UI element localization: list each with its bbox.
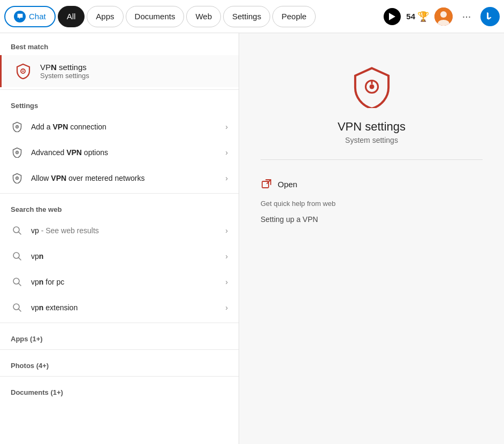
svg-line-12	[19, 232, 21, 235]
vpn-result-subtitle: System settings	[345, 136, 398, 144]
play-button[interactable]	[384, 8, 401, 25]
chat-label: Chat	[29, 12, 46, 21]
help-section: Get quick help from web Setting up a VPN	[261, 200, 483, 227]
svg-point-8	[17, 152, 18, 153]
list-item-text-web-3: vpn for pc	[31, 278, 218, 286]
chevron-icon-web-4: ›	[225, 303, 228, 312]
divider-4	[0, 349, 239, 350]
svg-point-6	[17, 126, 18, 127]
svg-line-16	[19, 284, 21, 286]
chevron-icon-web-3: ›	[225, 278, 228, 286]
more-icon: ···	[462, 10, 471, 22]
search-icon-4	[11, 301, 24, 314]
divider-2	[0, 193, 239, 194]
help-link[interactable]: Setting up a VPN	[261, 212, 483, 227]
svg-point-20	[369, 85, 374, 89]
divider-3	[0, 323, 239, 323]
list-item-text-web-4: vpn extension	[31, 303, 218, 312]
tab-documents-label: Documents	[135, 12, 175, 21]
topbar-right: 54 🏆 ···	[384, 7, 500, 26]
best-match-title: VPN settings	[40, 63, 228, 72]
tab-settings[interactable]: Settings	[223, 6, 270, 27]
settings-section-label: Settings	[0, 92, 239, 114]
left-panel: Best match VPN settings System settings …	[0, 33, 239, 444]
chevron-icon-web-2: ›	[225, 252, 228, 261]
divider-5	[0, 376, 239, 377]
open-button[interactable]: Open	[261, 173, 483, 195]
avatar[interactable]	[434, 7, 453, 26]
list-item-text-web-2: vpn	[31, 252, 218, 261]
chat-icon	[14, 11, 26, 22]
vpn-shield-icon-large	[350, 65, 393, 110]
tab-settings-label: Settings	[232, 12, 261, 21]
tab-people-label: People	[281, 12, 307, 21]
chevron-icon-1: ›	[225, 123, 228, 131]
list-item[interactable]: vpn ›	[0, 243, 239, 269]
help-label: Get quick help from web	[261, 200, 483, 208]
best-match-item[interactable]: VPN settings System settings	[0, 55, 239, 87]
vpn-result-title: VPN settings	[338, 120, 406, 134]
svg-point-4	[22, 71, 24, 72]
tab-all[interactable]: All	[58, 6, 85, 27]
chevron-icon-2: ›	[225, 148, 228, 157]
apps-section-label: Apps (1+)	[0, 325, 239, 347]
score-value: 54	[406, 12, 415, 21]
tab-chat[interactable]: Chat	[4, 6, 56, 27]
chevron-icon-3: ›	[225, 174, 228, 182]
documents-section-label: Documents (1+)	[0, 379, 239, 401]
best-match-subtitle: System settings	[40, 72, 228, 80]
main-content: Best match VPN settings System settings …	[0, 33, 504, 444]
svg-line-18	[19, 309, 21, 312]
photos-section-label: Photos (4+)	[0, 352, 239, 374]
best-match-section-label: Best match	[0, 33, 239, 55]
list-item-text-2: Advanced VPN options	[31, 148, 218, 157]
list-item-text-3: Allow VPN over metered networks	[31, 174, 218, 182]
bing-logo[interactable]	[480, 7, 500, 26]
search-icon-1	[11, 224, 24, 237]
tab-documents[interactable]: Documents	[126, 6, 185, 27]
best-match-text: VPN settings System settings	[40, 63, 228, 80]
vpn-shield-icon-small	[12, 60, 34, 82]
list-item[interactable]: Add a VPN connection ›	[0, 114, 239, 140]
more-button[interactable]: ···	[458, 8, 475, 25]
tab-web-label: Web	[195, 12, 212, 21]
shield-icon-1	[11, 120, 24, 133]
svg-line-14	[19, 258, 21, 261]
divider-1	[0, 89, 239, 90]
list-item[interactable]: vpn for pc ›	[0, 269, 239, 295]
list-item-text-1: Add a VPN connection	[31, 123, 218, 131]
open-label: Open	[278, 180, 297, 189]
search-icon-3	[11, 275, 24, 288]
right-divider	[261, 159, 483, 160]
topbar: Chat All Apps Documents Web Settings Peo…	[0, 0, 504, 33]
shield-icon-2	[11, 146, 24, 159]
list-item[interactable]: Advanced VPN options ›	[0, 140, 239, 165]
chevron-icon-web-1: ›	[225, 226, 228, 235]
open-icon	[261, 178, 272, 190]
list-item[interactable]: vpn extension ›	[0, 295, 239, 320]
right-actions: Open Get quick help from web Setting up …	[261, 173, 483, 227]
list-item[interactable]: Allow VPN over metered networks ›	[0, 165, 239, 191]
web-section-label: Search the web	[0, 196, 239, 218]
trophy-icon: 🏆	[417, 11, 429, 22]
list-item-text-web-1: vp - See web results	[31, 226, 218, 235]
svg-point-10	[17, 178, 18, 179]
tab-apps-label: Apps	[96, 12, 114, 21]
tab-apps[interactable]: Apps	[87, 6, 123, 27]
tab-people[interactable]: People	[272, 6, 316, 27]
right-panel: VPN settings System settings Open Get qu…	[239, 33, 504, 444]
score-badge[interactable]: 54 🏆	[406, 11, 429, 22]
search-icon-2	[11, 250, 24, 263]
svg-point-1	[440, 11, 447, 18]
tab-web[interactable]: Web	[186, 6, 221, 27]
list-item[interactable]: vp - See web results ›	[0, 218, 239, 243]
tab-all-label: All	[67, 12, 76, 21]
shield-icon-3	[11, 172, 24, 185]
